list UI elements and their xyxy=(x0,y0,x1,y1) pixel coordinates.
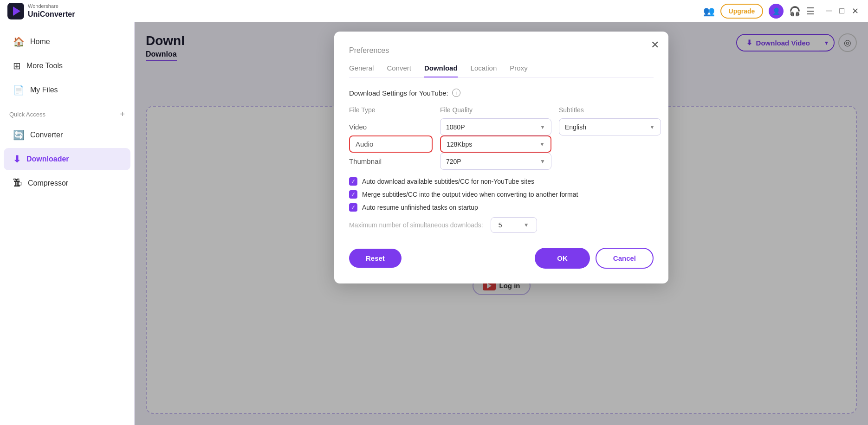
sidebar-item-downloader[interactable]: ⬇ Downloader xyxy=(4,148,130,170)
thumbnail-quality-dropdown[interactable]: 720P ▼ xyxy=(440,153,551,170)
upgrade-button[interactable]: Upgrade xyxy=(720,4,764,19)
footer-right-buttons: OK Cancel xyxy=(535,248,654,269)
converter-icon: 🔄 xyxy=(13,129,25,141)
tab-convert[interactable]: Convert xyxy=(387,64,411,77)
max-downloads-label: Maximum number of simultaneous downloads… xyxy=(349,221,483,229)
sidebar: 🏠 Home ⊞ More Tools 📄 My Files Quick Acc… xyxy=(0,22,135,425)
app-name: Wondershare UniConverter xyxy=(28,3,75,18)
quick-access-section: Quick Access + xyxy=(0,106,134,123)
checkbox-auto-resume: ✓ Auto resume unfinished tasks on startu… xyxy=(349,203,654,212)
headset-icon[interactable]: 🎧 xyxy=(789,6,801,17)
menu-icon[interactable]: ☰ xyxy=(806,6,815,17)
downloader-icon: ⬇ xyxy=(13,154,21,165)
more-tools-icon: ⊞ xyxy=(13,60,21,71)
subtitles-dropdown[interactable]: English ▼ xyxy=(559,118,661,135)
video-quality-dropdown[interactable]: 1080P ▼ xyxy=(440,118,551,135)
reset-button[interactable]: Reset xyxy=(349,249,402,268)
tab-download[interactable]: Download xyxy=(424,64,458,77)
logo-play-icon xyxy=(13,6,20,16)
sidebar-label-converter: Converter xyxy=(30,131,63,139)
thumbnail-subtitles-placeholder xyxy=(559,153,661,170)
audio-quality-value: 128Kbps xyxy=(447,141,472,148)
max-downloads-value: 5 xyxy=(499,221,502,229)
app-name-bottom: UniConverter xyxy=(28,10,75,19)
subtitles-arrow-icon: ▼ xyxy=(649,124,655,130)
thumbnail-quality-value: 720P xyxy=(446,158,461,165)
cancel-button[interactable]: Cancel xyxy=(596,248,654,269)
sidebar-label-my-files: My Files xyxy=(30,86,58,94)
max-downloads-row: Maximum number of simultaneous downloads… xyxy=(349,217,654,233)
checkbox-merge-subtitles-label: Merge subtitles/CC into the output video… xyxy=(362,191,578,198)
users-icon[interactable]: 👥 xyxy=(703,6,715,17)
settings-section-title: Download Settings for YouTube: i xyxy=(349,89,654,97)
file-type-thumbnail: Thumbnail xyxy=(349,153,433,170)
section-title-text: Download Settings for YouTube: xyxy=(349,89,448,97)
preferences-modal: Preferences ✕ General Convert Download L… xyxy=(334,32,668,283)
quick-access-label: Quick Access xyxy=(9,111,45,118)
sidebar-label-more-tools: More Tools xyxy=(26,62,63,70)
compressor-icon: 🗜 xyxy=(13,178,22,188)
content-area: Downl Downloa ⬇ Download Video ▾ ◎ Downl xyxy=(135,22,868,425)
checkbox-auto-subtitles-check: ✓ xyxy=(351,178,356,185)
sidebar-item-converter[interactable]: 🔄 Converter xyxy=(4,124,130,146)
modal-title: Preferences xyxy=(349,46,654,55)
checkbox-merge-subtitles-box[interactable]: ✓ xyxy=(349,190,357,199)
app-logo-icon xyxy=(7,3,24,19)
video-quality-arrow-icon: ▼ xyxy=(540,124,545,130)
modal-footer: Reset OK Cancel xyxy=(349,248,654,269)
main-layout: 🏠 Home ⊞ More Tools 📄 My Files Quick Acc… xyxy=(0,22,868,425)
col-header-file-quality: File Quality xyxy=(440,106,551,114)
checkbox-auto-subtitles-box[interactable]: ✓ xyxy=(349,177,357,186)
modal-overlay: Preferences ✕ General Convert Download L… xyxy=(135,22,868,425)
tab-general[interactable]: General xyxy=(349,64,374,77)
max-downloads-arrow-icon: ▼ xyxy=(524,222,529,228)
subtitles-value: English xyxy=(565,123,586,131)
audio-quality-dropdown[interactable]: 128Kbps ▼ xyxy=(440,135,551,153)
app-name-top: Wondershare xyxy=(28,3,75,9)
sidebar-item-compressor[interactable]: 🗜 Compressor xyxy=(4,172,130,194)
sidebar-item-home[interactable]: 🏠 Home xyxy=(4,31,130,53)
thumbnail-quality-arrow-icon: ▼ xyxy=(540,158,545,165)
my-files-icon: 📄 xyxy=(13,84,25,96)
modal-tabs: General Convert Download Location Proxy xyxy=(349,64,654,77)
checkbox-auto-resume-label: Auto resume unfinished tasks on startup xyxy=(362,204,478,211)
quick-access-add-button[interactable]: + xyxy=(120,109,125,119)
sidebar-item-more-tools[interactable]: ⊞ More Tools xyxy=(4,55,130,77)
checkbox-auto-subtitles: ✓ Auto download available subtitles/CC f… xyxy=(349,177,654,186)
close-button[interactable]: ✕ xyxy=(850,6,861,16)
checkbox-auto-resume-box[interactable]: ✓ xyxy=(349,203,357,212)
sidebar-label-home: Home xyxy=(30,38,50,46)
ok-button[interactable]: OK xyxy=(535,248,590,269)
minimize-button[interactable]: ─ xyxy=(824,6,834,16)
checkbox-merge-subtitles: ✓ Merge subtitles/CC into the output vid… xyxy=(349,190,654,199)
col-header-subtitles: Subtitles xyxy=(559,106,661,114)
file-type-audio: Audio xyxy=(349,135,433,153)
audio-subtitles-placeholder xyxy=(559,135,661,153)
video-quality-value: 1080P xyxy=(446,123,465,131)
col-header-file-type: File Type xyxy=(349,106,433,114)
sidebar-item-my-files[interactable]: 📄 My Files xyxy=(4,79,130,101)
home-icon: 🏠 xyxy=(13,36,25,47)
title-bar: Wondershare UniConverter 👥 Upgrade 👤 🎧 ☰… xyxy=(0,0,868,22)
tab-proxy[interactable]: Proxy xyxy=(510,64,527,77)
sidebar-label-compressor: Compressor xyxy=(28,179,68,187)
title-bar-right: 👥 Upgrade 👤 🎧 ☰ ─ □ ✕ xyxy=(703,4,861,19)
maximize-button[interactable]: □ xyxy=(837,6,846,16)
file-type-video: Video xyxy=(349,118,433,135)
info-icon[interactable]: i xyxy=(452,89,460,97)
audio-quality-arrow-icon: ▼ xyxy=(539,141,545,148)
checkbox-auto-resume-check: ✓ xyxy=(351,204,356,211)
avatar[interactable]: 👤 xyxy=(769,4,784,19)
checkbox-section: ✓ Auto download available subtitles/CC f… xyxy=(349,177,654,212)
modal-close-button[interactable]: ✕ xyxy=(651,39,659,51)
checkbox-merge-subtitles-check: ✓ xyxy=(351,191,356,198)
max-downloads-dropdown[interactable]: 5 ▼ xyxy=(491,217,537,233)
checkbox-auto-subtitles-label: Auto download available subtitles/CC for… xyxy=(362,178,534,185)
sidebar-label-downloader: Downloader xyxy=(26,155,69,163)
app-logo-area: Wondershare UniConverter xyxy=(7,3,75,19)
window-controls: ─ □ ✕ xyxy=(824,6,861,16)
tab-location[interactable]: Location xyxy=(471,64,497,77)
